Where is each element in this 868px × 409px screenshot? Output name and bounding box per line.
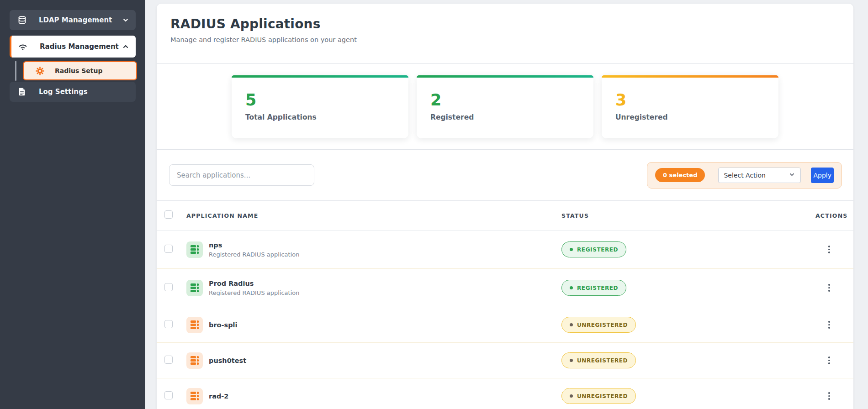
sidebar-item-log-settings[interactable]: Log Settings — [10, 82, 136, 102]
row-checkbox[interactable] — [164, 245, 173, 253]
status-badge: REGISTERED — [561, 280, 626, 296]
select-all-checkbox[interactable] — [164, 210, 173, 219]
table-header: APPLICATION NAME STATUS ACTIONS — [157, 201, 853, 231]
kebab-menu-icon[interactable] — [825, 355, 834, 366]
stat-value: 3 — [615, 92, 778, 108]
wifi-icon — [18, 42, 28, 52]
row-checkbox[interactable] — [164, 391, 173, 399]
table-row: rad-2 UNREGISTERED — [157, 378, 853, 409]
stat-card-total: 5 Total Applications — [232, 75, 408, 138]
kebab-menu-icon[interactable] — [825, 319, 834, 330]
column-header-application-name: APPLICATION NAME — [180, 212, 561, 219]
application-name: push0test — [209, 357, 246, 364]
stat-card-registered: 2 Registered — [417, 75, 593, 138]
table-row: nps Registered RADIUS application REGIST… — [157, 231, 853, 269]
bulk-action-bar: 0 selected Select Action Apply — [647, 162, 842, 189]
document-icon — [17, 87, 27, 97]
status-badge: UNREGISTERED — [561, 352, 636, 368]
stat-card-unregistered: 3 Unregistered — [602, 75, 778, 138]
sidebar-item-label: Radius Management — [40, 42, 119, 51]
server-icon — [186, 280, 203, 296]
sidebar-item-radius-management[interactable]: Radius Management — [10, 36, 136, 58]
sidebar-item-label: Log Settings — [39, 88, 88, 96]
status-dot-icon — [570, 323, 573, 326]
row-checkbox[interactable] — [164, 283, 173, 291]
page-header: RADIUS Applications Manage and register … — [157, 4, 853, 64]
chevron-down-icon — [122, 16, 129, 24]
stats-row: 5 Total Applications 2 Registered 3 Unre… — [157, 64, 853, 150]
application-subtitle: Registered RADIUS application — [209, 251, 299, 258]
sidebar: LDAP Management Radius Management — [0, 0, 145, 409]
sidebar-item-label: LDAP Management — [39, 16, 112, 24]
apply-button[interactable]: Apply — [811, 168, 834, 183]
server-icon — [186, 352, 203, 369]
status-dot-icon — [570, 248, 573, 251]
application-subtitle: Registered RADIUS application — [209, 289, 299, 296]
stat-label: Registered — [430, 113, 593, 121]
column-header-actions: ACTIONS — [815, 212, 843, 219]
sidebar-item-radius-setup[interactable]: Radius Setup — [23, 61, 137, 80]
main-content: RADIUS Applications Manage and register … — [157, 4, 853, 409]
table-row: Prod Radius Registered RADIUS applicatio… — [157, 269, 853, 307]
gear-icon — [35, 66, 45, 76]
chevron-down-icon — [789, 171, 795, 179]
column-header-status: STATUS — [561, 212, 815, 219]
toolbar: 0 selected Select Action Apply — [157, 150, 853, 201]
status-badge: REGISTERED — [561, 241, 626, 257]
server-icon — [186, 241, 203, 258]
kebab-menu-icon[interactable] — [825, 390, 834, 402]
sidebar-item-label: Radius Setup — [55, 67, 102, 74]
tree-indent-line — [15, 61, 16, 81]
status-dot-icon — [570, 359, 573, 362]
page-subtitle: Manage and register RADIUS applications … — [170, 36, 840, 43]
stat-value: 2 — [430, 92, 593, 108]
page-title: RADIUS Applications — [170, 16, 840, 31]
stat-label: Total Applications — [245, 113, 408, 121]
action-select[interactable]: Select Action — [718, 168, 801, 183]
application-name: nps — [209, 241, 299, 249]
status-badge: UNREGISTERED — [561, 388, 636, 404]
selected-count-badge: 0 selected — [655, 168, 705, 182]
database-icon — [17, 15, 27, 25]
status-dot-icon — [570, 394, 573, 398]
server-icon — [186, 317, 203, 333]
application-name: bro-spli — [209, 321, 237, 329]
sidebar-item-ldap-management[interactable]: LDAP Management — [10, 10, 136, 30]
stat-label: Unregistered — [615, 113, 778, 121]
status-badge: UNREGISTERED — [561, 317, 636, 333]
chevron-up-icon — [122, 43, 129, 50]
status-dot-icon — [570, 286, 573, 289]
kebab-menu-icon[interactable] — [825, 244, 834, 255]
row-checkbox[interactable] — [164, 356, 173, 364]
kebab-menu-icon[interactable] — [825, 282, 834, 294]
stat-value: 5 — [245, 92, 408, 108]
table-row: bro-spli UNREGISTERED — [157, 307, 853, 343]
server-icon — [186, 388, 203, 404]
application-name: rad-2 — [209, 393, 228, 400]
application-name: Prod Radius — [209, 280, 299, 287]
row-checkbox[interactable] — [164, 320, 173, 328]
action-select-value: Select Action — [724, 172, 766, 179]
search-input[interactable] — [169, 164, 314, 186]
table-row: push0test UNREGISTERED — [157, 343, 853, 378]
